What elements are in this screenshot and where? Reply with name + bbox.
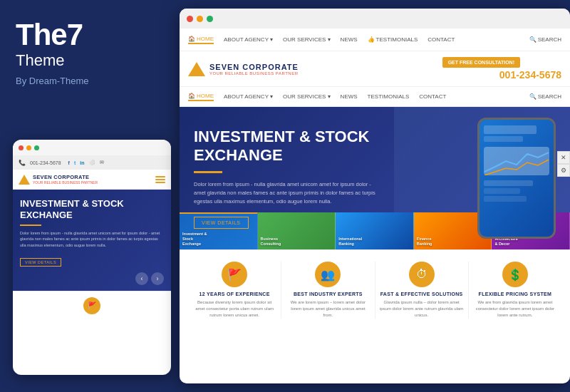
features-row: 🚩 12 YEARS OF EXPERIENCE Because diversi…	[180, 249, 570, 330]
mobile-hero-text: Dolor lorem from ipsum - nulla glavrida …	[20, 230, 164, 248]
nav1-contact-label: CONTACT	[428, 36, 455, 43]
search-icon: 🔍	[529, 36, 537, 43]
ham-line-1	[155, 176, 165, 177]
feature-text-1: Because diversity lorem ipsum dolor sit …	[192, 299, 276, 319]
feature-3: ⏱ FAST & EFFECTIVE SOLUTIONS Glavrida ip…	[375, 262, 469, 319]
mobile-icons-row: 🚩	[13, 291, 171, 320]
desktop-logo-text: SEVEN CORPORATE YOUR RELIABLE BUSINESS P…	[209, 63, 299, 76]
phone-row-5	[484, 196, 527, 202]
feature-text-2: We are lorem ipsum – lorem amet dolor lo…	[286, 299, 370, 319]
ham-line-3	[155, 182, 165, 183]
mobile-logo-area: SEVEN CORPORATE YOUR RELIABLE BUSINESS P…	[19, 174, 98, 185]
nav1-about[interactable]: ABOUT AGENCY ▾	[224, 36, 273, 43]
d-dot-yellow	[197, 16, 203, 22]
feature-2: 👥 BEST INDUSTRY EXPERTS We are lorem ips…	[281, 262, 375, 319]
deco-btn-circle[interactable]: ⚙	[557, 164, 570, 177]
hero-divider	[20, 225, 41, 226]
nav2-contact-label: CONTACT	[419, 93, 446, 100]
desktop-logo-triangle	[188, 62, 205, 76]
nav2-services[interactable]: OUR SERVICES ▾	[283, 93, 331, 100]
nav2-home[interactable]: 🏠 HOME	[188, 93, 214, 101]
deco-btn-arrow[interactable]: ✕	[557, 151, 570, 164]
nav2-news[interactable]: NEWS	[341, 93, 358, 100]
mobile-nav-arrows: ‹ ›	[20, 272, 164, 285]
home-icon: 🏠	[188, 36, 195, 42]
nav1-testimonials[interactable]: 👍 TESTIMONIALS	[368, 36, 418, 43]
phone-screen-chart	[484, 147, 549, 175]
feature-text-3: Glavrida ipsum nulla – dolor lorem amet …	[380, 299, 464, 319]
phone-screen	[480, 120, 554, 237]
phone-screen-row-2	[484, 136, 523, 142]
hero-text: Dolor lorem from ipsum - nulla glavrida …	[194, 180, 380, 206]
cta-button[interactable]: GET FREE CONSULTATION!	[442, 57, 520, 68]
d-dot-red	[187, 16, 193, 22]
mobile-hero-title: INVESTMENT & STOCK EXCHANGE	[20, 198, 164, 220]
mobile-top-bar	[13, 140, 171, 155]
nav1-contact[interactable]: CONTACT	[428, 36, 455, 43]
nav2-home-icon: 🏠	[188, 93, 195, 99]
desktop-logo-tagline: YOUR RELIABLE BUSINESS PARTNER	[209, 71, 299, 76]
feature-icon-1: 🚩	[83, 297, 100, 314]
feature-4: 💲 FLEXIBLE PRICING SYSTEM We are from gl…	[469, 262, 561, 319]
left-panel: The7 Theme By Dream-Theme 📞 001-234-5678…	[0, 0, 177, 392]
phone-visual	[477, 118, 556, 239]
dot-yellow	[26, 145, 31, 150]
next-arrow[interactable]: ›	[151, 272, 164, 285]
thumb-label-4: FinanceBanking	[417, 237, 432, 247]
feature-icon-1: 🚩	[222, 262, 247, 287]
nav2-testimonials[interactable]: TESTIMONIALS	[368, 93, 410, 100]
nav1-home-label: HOME	[197, 36, 214, 42]
mobile-logo-tagline: YOUR RELIABLE BUSINESS PARTNER	[33, 180, 98, 185]
nav2-home-label: HOME	[197, 93, 214, 99]
phone-screen-row-1	[484, 125, 537, 134]
hero-title: INVESTMENT & STOCK EXCHANGE	[194, 128, 380, 164]
logo-triangle-icon	[19, 175, 30, 185]
phone-row-3	[484, 180, 533, 186]
nav1-news[interactable]: NEWS	[341, 36, 358, 43]
mobile-logo-name: SEVEN CORPORATE	[33, 174, 98, 180]
thumb-label-1: Investment &StockExchange	[182, 232, 207, 247]
nav2-about[interactable]: ABOUT AGENCY ▾	[224, 93, 273, 100]
desktop-top-bar	[180, 9, 570, 29]
nav1-testimonials-label: TESTIMONIALS	[376, 36, 418, 43]
phone-number: 001-234-5678	[499, 69, 561, 81]
hero-content: INVESTMENT & STOCK EXCHANGE Dolor lorem …	[180, 128, 394, 229]
thumb-label-2: BusinessConsulting	[261, 237, 281, 247]
testimonials-icon: 👍	[368, 36, 375, 43]
mobile-mockup: 📞 001-234-5678 f t in ⚪ ✉ SEVEN CORPORAT…	[13, 140, 171, 375]
desktop-header: SEVEN CORPORATE YOUR RELIABLE BUSINESS P…	[180, 51, 570, 87]
nav1-news-label: NEWS	[341, 36, 358, 43]
nav1-services[interactable]: OUR SERVICES ▾	[283, 36, 331, 43]
desktop-hero: INVESTMENT & STOCK EXCHANGE Dolor lorem …	[180, 107, 570, 249]
hamburger-menu[interactable]	[155, 176, 165, 183]
feature-icon-4: 💲	[502, 262, 528, 287]
hero-accent-line	[194, 171, 222, 173]
mobile-hero: INVESTMENT & STOCK EXCHANGE Dolor lorem …	[13, 190, 171, 291]
mobile-feature-1: 🚩	[83, 297, 100, 314]
hero-btn[interactable]: VIEW DETAILS	[194, 217, 249, 229]
mobile-view-details-btn[interactable]: VIEW DETAILS	[20, 258, 61, 267]
feature-title-1: 12 YEARS OF EXPERIENCE	[200, 292, 270, 296]
feature-title-4: FLEXIBLE PRICING SYSTEM	[479, 292, 552, 296]
nav2-testimonials-label: TESTIMONIALS	[368, 93, 410, 100]
nav1-home[interactable]: 🏠 HOME	[188, 36, 214, 44]
theme-label: Theme	[16, 51, 161, 70]
thumb-label-3: InternationalBanking	[338, 237, 362, 247]
nav2-contact[interactable]: CONTACT	[419, 93, 446, 100]
d-dot-green	[207, 16, 213, 22]
mobile-address-bar: 📞 001-234-5678 f t in ⚪ ✉	[13, 155, 171, 170]
brand-by: By Dream-Theme	[16, 76, 161, 86]
nav1-services-label: OUR SERVICES ▾	[283, 36, 331, 43]
nav1-search[interactable]: 🔍 SEARCH	[529, 36, 561, 43]
nav2-search[interactable]: 🔍 SEARCH	[529, 93, 561, 100]
feature-1: 🚩 12 YEARS OF EXPERIENCE Because diversi…	[188, 262, 281, 319]
brand-title: The7	[16, 20, 161, 50]
dot-red	[19, 145, 24, 150]
nav1-about-label: ABOUT AGENCY ▾	[224, 36, 273, 43]
prev-arrow[interactable]: ‹	[135, 272, 148, 285]
feature-text-4: We are from glavrida ipsum lorem amet co…	[473, 299, 557, 319]
feature-title-2: BEST INDUSTRY EXPERTS	[294, 292, 363, 296]
dot-green	[34, 145, 39, 150]
feature-icon-3: ⏱	[409, 262, 435, 287]
sidebar-deco: ✕ ⚙	[557, 151, 570, 177]
